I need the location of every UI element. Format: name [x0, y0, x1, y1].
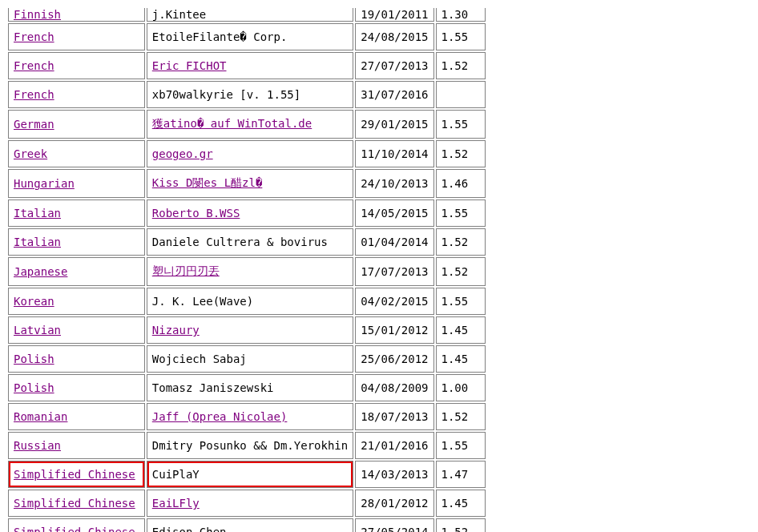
cell-language: French — [8, 52, 145, 79]
cell-date: 14/03/2013 — [355, 461, 433, 488]
translator-link[interactable]: Nizaury — [152, 324, 200, 337]
translator-link[interactable]: geogeo.gr — [152, 147, 213, 160]
language-link[interactable]: French — [14, 59, 54, 72]
cell-date: 24/10/2013 — [355, 169, 433, 198]
translator-link[interactable]: Eric FICHOT — [152, 59, 227, 72]
cell-date: 31/07/2016 — [355, 81, 433, 108]
language-link[interactable]: German — [14, 118, 54, 131]
cell-language: French — [8, 81, 145, 108]
cell-version — [436, 81, 486, 108]
table-row: German獲atino� auf WinTotal.de29/01/20151… — [8, 110, 486, 139]
cell-version: 1.55 — [436, 432, 486, 459]
cell-version: 1.52 — [436, 257, 486, 286]
cell-date: 04/02/2015 — [355, 288, 433, 315]
cell-date: 11/10/2014 — [355, 140, 433, 167]
cell-language: Japanese — [8, 257, 145, 286]
cell-language: Finnish — [8, 8, 145, 22]
language-link[interactable]: Romanian — [14, 410, 67, 423]
table-row: RomanianJaff (Oprea Nicolae)18/07/20131.… — [8, 403, 486, 430]
translator-text: CuiPlaY — [152, 468, 200, 481]
cell-translator: 獲atino� auf WinTotal.de — [147, 110, 353, 139]
cell-translator: EaiLFly — [147, 490, 353, 517]
cell-language: Greek — [8, 140, 145, 167]
cell-date: 18/07/2013 — [355, 403, 433, 430]
cell-language: Romanian — [8, 403, 145, 430]
cell-version: 1.52 — [436, 228, 486, 256]
cell-language: Hungarian — [8, 169, 145, 198]
language-link[interactable]: Italian — [14, 207, 61, 220]
translator-link[interactable]: 塑니刃円刃丟 — [152, 264, 220, 277]
cell-language: Korean — [8, 288, 145, 315]
language-link[interactable]: Greek — [14, 147, 47, 160]
cell-translator: J. K. Lee(Wave) — [147, 288, 353, 315]
cell-version: 1.47 — [436, 461, 486, 488]
language-link[interactable]: Japanese — [14, 265, 67, 278]
table-row: Simplified ChineseEaiLFly28/01/20121.45 — [8, 490, 486, 517]
table-row: HungarianKiss D閿es L醋zl�24/10/20131.46 — [8, 169, 486, 198]
cell-language: Simplified Chinese — [8, 490, 145, 517]
cell-translator: Tomasz Janiszewski — [147, 374, 353, 401]
translator-text: Dmitry Posunko && Dm.Yerokhin — [152, 439, 348, 452]
cell-translator: Daniele Cultrera & bovirus — [147, 228, 353, 256]
language-link[interactable]: Simplified Chinese — [14, 497, 135, 510]
cell-translator: Dmitry Posunko && Dm.Yerokhin — [147, 432, 353, 459]
cell-date: 01/04/2014 — [355, 228, 433, 256]
translator-link[interactable]: Jaff (Oprea Nicolae) — [152, 410, 288, 423]
translator-text: Daniele Cultrera & bovirus — [152, 236, 328, 248]
translator-text: J. K. Lee(Wave) — [152, 295, 253, 308]
cell-date: 04/08/2009 — [355, 374, 433, 401]
translator-text: Wojciech Sabaj — [152, 353, 247, 365]
translator-text: xb70walkyrie [v. 1.55] — [152, 88, 300, 101]
cell-version: 1.46 — [436, 169, 486, 198]
cell-language: German — [8, 110, 145, 139]
cell-translator: Edison Chen — [147, 518, 353, 532]
table-row: Japanese塑니刃円刃丟17/07/20131.52 — [8, 257, 486, 286]
cell-version: 1.55 — [436, 288, 486, 315]
language-link[interactable]: Polish — [14, 381, 54, 394]
cell-date: 29/01/2015 — [355, 110, 433, 139]
language-link[interactable]: Polish — [14, 353, 54, 365]
language-link[interactable]: Russian — [14, 439, 61, 452]
language-link[interactable]: Latvian — [14, 324, 61, 337]
cell-language: Latvian — [8, 316, 145, 344]
cell-date: 19/01/2011 — [355, 8, 433, 22]
translator-link[interactable]: Kiss D閿es L醋zl� — [152, 176, 263, 189]
cell-version: 1.52 — [436, 52, 486, 79]
table-row: ItalianRoberto B.WSS14/05/20151.55 — [8, 200, 486, 227]
cell-translator: CuiPlaY — [147, 461, 353, 488]
table-row: Frenchxb70walkyrie [v. 1.55]31/07/2016 — [8, 81, 486, 108]
cell-date: 27/07/2013 — [355, 52, 433, 79]
cell-version: 1.45 — [436, 345, 486, 373]
language-link[interactable]: Italian — [14, 236, 61, 248]
table-row: Simplified ChineseEdison Chen27/05/20141… — [8, 518, 486, 532]
cell-translator: Wojciech Sabaj — [147, 345, 353, 373]
table-row: ItalianDaniele Cultrera & bovirus01/04/2… — [8, 228, 486, 256]
cell-translator: Roberto B.WSS — [147, 200, 353, 227]
table-row: Simplified ChineseCuiPlaY14/03/20131.47 — [8, 461, 486, 488]
cell-version: 1.55 — [436, 200, 486, 227]
table-row: LatvianNizaury15/01/20121.45 — [8, 316, 486, 344]
cell-translator: EtoileFilante� Corp. — [147, 23, 353, 50]
language-link[interactable]: Simplified Chinese — [14, 468, 135, 481]
language-link[interactable]: Finnish — [14, 8, 61, 21]
language-link[interactable]: French — [14, 88, 54, 101]
language-link[interactable]: Hungarian — [14, 177, 75, 190]
language-link[interactable]: Korean — [14, 295, 54, 308]
cell-translator: 塑니刃円刃丟 — [147, 257, 353, 286]
translator-link[interactable]: EaiLFly — [152, 497, 200, 510]
cell-translator: geogeo.gr — [147, 140, 353, 167]
table-row: PolishTomasz Janiszewski04/08/20091.00 — [8, 374, 486, 401]
cell-version: 1.45 — [436, 490, 486, 517]
translator-link[interactable]: Roberto B.WSS — [152, 207, 240, 220]
translator-text: EtoileFilante� Corp. — [152, 30, 288, 43]
language-link[interactable]: Simplified Chinese — [14, 526, 135, 532]
cell-version: 1.45 — [436, 316, 486, 344]
translator-link[interactable]: 獲atino� auf WinTotal.de — [152, 117, 312, 130]
table-row: Greekgeogeo.gr11/10/20141.52 — [8, 140, 486, 167]
cell-date: 27/05/2014 — [355, 518, 433, 532]
cell-translator: Kiss D閿es L醋zl� — [147, 169, 353, 198]
cell-language: Simplified Chinese — [8, 461, 145, 488]
language-link[interactable]: French — [14, 30, 54, 43]
translator-text: Tomasz Janiszewski — [152, 381, 274, 394]
cell-language: Italian — [8, 228, 145, 256]
